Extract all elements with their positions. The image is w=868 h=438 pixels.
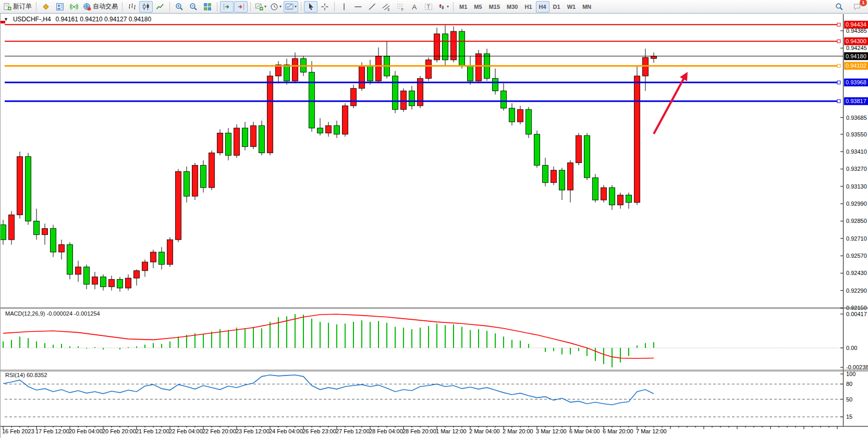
time-tick-label: 20 Feb 04:00 — [69, 428, 103, 434]
new-order-button[interactable]: 新订单 — [2, 1, 33, 12]
period-clock-icon — [270, 3, 278, 11]
zoom-in-icon — [175, 3, 184, 11]
time-tick-label: 1 Mar 12:00 — [436, 428, 467, 434]
candle — [326, 126, 332, 133]
data-window-button[interactable] — [53, 1, 67, 12]
arrows-button[interactable]: ▾ — [436, 1, 450, 12]
candle — [401, 91, 407, 109]
zoom-out-icon — [189, 3, 198, 11]
crosshair-button[interactable] — [318, 1, 332, 12]
toolbar-separator — [301, 2, 301, 11]
auto-scroll-button[interactable] — [234, 1, 248, 12]
chart-title: ▼ USDCHF-,H4 0.94161 0.94210 0.94127 0.9… — [4, 16, 151, 23]
trendline-button[interactable] — [365, 1, 379, 12]
candle — [609, 187, 615, 205]
toolbar-separator — [217, 2, 217, 11]
macd-axis-label: -0.002387 — [846, 364, 868, 370]
auto-trading-button[interactable]: 自动交易 — [81, 1, 119, 12]
text-icon: A — [410, 3, 419, 11]
price-tick-label: 0.93410 — [846, 148, 867, 155]
caret-down-icon: ▾ — [447, 4, 449, 9]
tf-m30-button-label: M30 — [505, 4, 519, 10]
time-axis[interactable]: 16 Feb 202317 Feb 12:0020 Feb 04:0020 Fe… — [1, 426, 868, 434]
one-click-trading-marker[interactable] — [1, 21, 5, 23]
toolbar-separator — [122, 2, 123, 11]
time-tick-label: 28 Feb 04:00 — [369, 428, 403, 434]
bar-chart-button[interactable] — [125, 1, 139, 12]
tf-h1-button[interactable]: H1 — [521, 1, 535, 12]
toolbar-separator — [334, 2, 335, 11]
candle — [526, 109, 532, 134]
candle — [42, 229, 48, 235]
zoom-out-button[interactable] — [187, 1, 200, 12]
tf-m5-button[interactable]: M5 — [471, 1, 485, 12]
templates-button[interactable]: ▾ — [284, 1, 298, 12]
tile-windows-button[interactable] — [201, 1, 214, 12]
line-chart-button[interactable] — [153, 1, 167, 12]
rsi-axis-label: 80 — [846, 381, 852, 387]
candle — [468, 66, 473, 81]
candle — [476, 54, 482, 81]
candle — [267, 76, 273, 153]
candle — [126, 278, 131, 288]
tf-mn-button[interactable]: MN — [579, 1, 594, 12]
line-handle[interactable] — [837, 64, 840, 67]
candle — [551, 170, 557, 183]
toolbar-separator — [169, 2, 170, 11]
signals-button[interactable] — [67, 1, 81, 12]
candle — [459, 31, 465, 66]
rsi-panel: 100805015 — [3, 371, 855, 420]
trend-arrow[interactable] — [654, 72, 688, 134]
cursor-button[interactable] — [304, 1, 317, 12]
tf-d1-button[interactable]: D1 — [550, 1, 564, 12]
quotes-button[interactable] — [39, 1, 53, 12]
tf-m1-button-label: M1 — [458, 4, 469, 10]
rsi-line — [3, 375, 654, 405]
tile-windows-icon — [203, 3, 212, 11]
candle — [284, 65, 290, 81]
chart-window[interactable]: 0.943850.942450.936850.935500.934100.932… — [0, 14, 868, 438]
periods-button[interactable]: ▾ — [268, 1, 283, 12]
line-handle[interactable] — [837, 23, 840, 26]
vertical-line-button[interactable] — [337, 1, 351, 12]
candle — [192, 165, 198, 196]
candle — [376, 56, 382, 81]
candle — [518, 109, 523, 122]
time-tick-label: 23 Feb 12:00 — [236, 428, 270, 434]
text-label-button[interactable]: T — [422, 1, 435, 12]
line-handle[interactable] — [837, 99, 840, 103]
search-button[interactable] — [833, 1, 846, 12]
candle — [626, 195, 632, 202]
tf-mn-button-label: MN — [581, 4, 593, 10]
fibonacci-button[interactable]: F — [394, 1, 407, 12]
time-tick-label: 27 Feb 12:00 — [336, 428, 370, 434]
tf-h4-button[interactable]: H4 — [536, 1, 549, 12]
auto-scroll-icon — [237, 3, 245, 11]
time-tick-label: 26 Feb 23:00 — [302, 428, 336, 434]
new-order-icon — [3, 3, 11, 11]
tf-m15-button-label: M15 — [487, 4, 502, 10]
time-tick-label: 28 Feb 20:00 — [402, 428, 436, 434]
zoom-in-button[interactable] — [173, 1, 186, 12]
candlestick-chart-button[interactable] — [139, 1, 153, 12]
tf-m15-button[interactable]: M15 — [486, 1, 503, 12]
chart-shift-button[interactable] — [220, 1, 234, 12]
chart-canvas[interactable]: 0.943850.942450.936850.935500.934100.932… — [1, 14, 868, 438]
price-badge-label: 0.94434 — [846, 21, 866, 28]
text-button[interactable]: A — [408, 1, 421, 12]
new-order-button-label: 新订单 — [13, 2, 32, 11]
equidistant-channel-button[interactable]: E — [380, 1, 393, 12]
new-chart-button[interactable]: ▾ — [253, 1, 268, 12]
cursor-icon — [307, 3, 315, 11]
line-handle[interactable] — [837, 81, 840, 84]
horizontal-lines[interactable] — [5, 23, 843, 103]
time-tick-label: 16 Feb 2023 — [2, 428, 34, 434]
tf-w1-button[interactable]: W1 — [564, 1, 579, 12]
line-handle[interactable] — [837, 40, 840, 43]
tf-m30-button[interactable]: M30 — [504, 1, 521, 12]
tf-m1-button[interactable]: M1 — [456, 1, 470, 12]
candle — [242, 128, 248, 147]
notifications-button[interactable]: 1 — [850, 1, 864, 12]
time-tick-label: 2 Mar 20:00 — [503, 428, 533, 434]
horizontal-line-button[interactable] — [351, 1, 365, 12]
